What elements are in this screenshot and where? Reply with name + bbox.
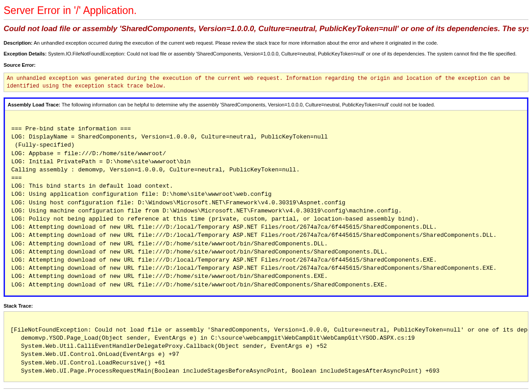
error-subtitle: Could not load file or assembly 'SharedC… [4, 24, 528, 33]
source-error-label: Source Error: [4, 62, 36, 68]
exception-details-text: System.IO.FileNotFoundException: Could n… [48, 51, 517, 56]
exception-details-line: Exception Details: System.IO.FileNotFoun… [4, 51, 528, 57]
source-error-box: An unhandled exception was generated dur… [4, 73, 528, 92]
assembly-load-trace-header: Assembly Load Trace: The following infor… [5, 99, 527, 110]
assembly-load-trace-label: Assembly Load Trace: [8, 102, 60, 107]
stack-trace-label: Stack Trace: [4, 303, 528, 309]
stack-trace-body: [FileNotFoundException: Could not load f… [4, 311, 528, 382]
description-line: Description: An unhandled exception occu… [4, 40, 528, 46]
assembly-load-trace-container: Assembly Load Trace: The following infor… [4, 97, 528, 296]
assembly-load-trace-body: === Pre-bind state information === LOG: … [5, 110, 527, 295]
source-error-line: Source Error: [4, 62, 528, 68]
divider-bottom [4, 388, 528, 389]
description-text: An unhandled exception occurred during t… [34, 40, 438, 46]
exception-details-label: Exception Details: [4, 51, 46, 56]
description-label: Description: [4, 40, 32, 46]
assembly-load-trace-header-text: The following information can be helpful… [62, 102, 435, 107]
divider [4, 19, 528, 20]
page-title: Server Error in '/' Application. [4, 5, 528, 17]
